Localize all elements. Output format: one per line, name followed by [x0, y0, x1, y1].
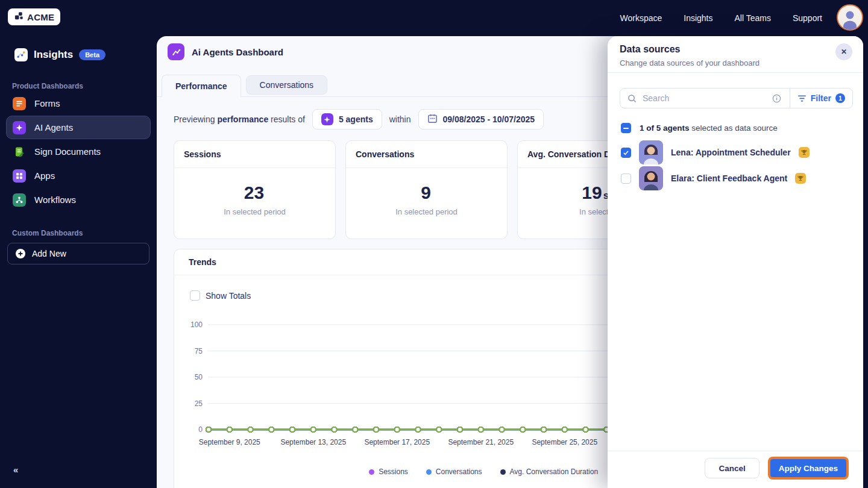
panel-footer: Cancel Apply Changes [705, 457, 849, 480]
date-range-button[interactable]: 09/08/2025 - 10/07/2025 [418, 109, 544, 130]
collapse-sidebar-button[interactable]: « [13, 465, 17, 475]
sidebar-item-apps[interactable]: Apps [6, 164, 151, 187]
agent-checkbox[interactable] [621, 148, 631, 158]
sign-documents-icon [13, 145, 26, 158]
ai-agents-icon [13, 121, 26, 134]
agent-avatar [639, 140, 663, 164]
svg-text:September 17, 2025: September 17, 2025 [364, 438, 430, 446]
close-icon[interactable]: ✕ [835, 43, 852, 60]
calendar-icon [427, 113, 438, 125]
data-sources-panel: Data sources Change data sources of your… [608, 36, 863, 488]
svg-text:75: 75 [195, 347, 203, 355]
show-totals-checkbox-row[interactable]: Show Totals [190, 290, 251, 301]
add-new-button[interactable]: Add New [7, 243, 149, 264]
svg-text:September 9, 2025: September 9, 2025 [199, 438, 260, 446]
legend-dot [500, 469, 506, 475]
filter-icon [797, 95, 807, 102]
sidebar: Insights Beta Product Dashboards Forms A… [0, 36, 157, 488]
search-filter-bar: Filter 1 [620, 88, 853, 108]
sidebar-item-label: AI Agents [34, 122, 73, 133]
legend-dot [426, 469, 432, 475]
agents-selector-label: 5 agents [339, 114, 373, 124]
card-title: Sessions [174, 141, 335, 168]
top-navigation: Workspace Insights All Teams Support [620, 0, 822, 36]
add-new-label: Add New [32, 249, 66, 258]
card-value: 23 [244, 183, 264, 202]
nav-insights[interactable]: Insights [684, 13, 712, 23]
sidebar-item-label: Workflows [34, 195, 76, 205]
tab-performance[interactable]: Performance [162, 75, 241, 97]
sidebar-item-forms[interactable]: Forms [6, 92, 151, 115]
svg-text:25: 25 [195, 399, 203, 408]
selection-summary-row: 1 of 5 agents selected as data source [621, 123, 778, 133]
filter-label: Filter [811, 93, 831, 103]
svg-text:September 21, 2025: September 21, 2025 [448, 438, 514, 446]
svg-text:50: 50 [195, 373, 203, 381]
agent-row-lena[interactable]: Lena: Appointment Scheduler [621, 140, 851, 165]
sidebar-item-label: Forms [34, 98, 60, 108]
card-subtitle: In selected period [224, 207, 286, 216]
tab-conversations[interactable]: Conversations [246, 75, 328, 95]
agents-selector-button[interactable]: 5 agents [312, 109, 382, 130]
info-icon [772, 94, 781, 103]
date-range-label: 09/08/2025 - 10/07/2025 [443, 114, 535, 124]
show-totals-checkbox[interactable] [190, 290, 200, 301]
acme-logo-text: ACME [27, 12, 54, 22]
card-title: Conversations [346, 141, 507, 168]
filter-count-badge: 1 [835, 93, 845, 103]
nav-all-teams[interactable]: All Teams [735, 13, 771, 23]
sidebar-menu: Forms AI Agents Sign Documents Apps [6, 92, 151, 211]
plus-circle-icon [15, 248, 26, 259]
stat-cards: Sessions 23 In selected period Conversat… [174, 140, 679, 239]
sidebar-header: Insights Beta [14, 48, 105, 61]
footer-divider [608, 451, 863, 451]
filter-button[interactable]: Filter 1 [790, 93, 852, 103]
legend-item: Conversations [426, 468, 482, 476]
agent-checkbox[interactable] [621, 174, 631, 184]
search-input[interactable] [643, 93, 772, 103]
panel-divider [608, 72, 863, 73]
sidebar-item-sign-documents[interactable]: Sign Documents [6, 140, 151, 163]
section-custom-dashboards: Custom Dashboards [12, 229, 83, 237]
sidebar-item-ai-agents[interactable]: AI Agents [6, 116, 151, 139]
agent-avatar [639, 166, 663, 190]
sidebar-item-label: Sign Documents [34, 146, 101, 157]
legend-label: Conversations [436, 468, 482, 476]
apps-icon [13, 169, 26, 183]
svg-text:100: 100 [190, 321, 203, 329]
panel-title: Data sources [620, 44, 681, 55]
sidebar-title: Insights [34, 49, 73, 61]
acme-logo[interactable]: ACME [8, 8, 60, 25]
cancel-button[interactable]: Cancel [705, 458, 759, 478]
acme-logo-icon [14, 11, 24, 23]
legend-item: Avg. Conversation Duration [500, 468, 599, 476]
card-value: 9 [421, 183, 431, 202]
trophy-icon [799, 147, 810, 158]
select-all-checkbox[interactable] [621, 123, 631, 133]
apply-changes-button[interactable]: Apply Changes [768, 457, 849, 480]
card-subtitle: In selected period [395, 207, 458, 216]
svg-text:September 25, 2025: September 25, 2025 [532, 438, 597, 446]
sidebar-item-label: Apps [34, 170, 55, 181]
legend-label: Sessions [379, 468, 408, 476]
card-value: 19 [582, 183, 602, 202]
preview-controls: Previewing performance results of 5 agen… [174, 108, 544, 130]
svg-text:0: 0 [198, 425, 203, 434]
section-product-dashboards: Product Dashboards [12, 82, 83, 90]
legend-dot [369, 469, 374, 475]
insights-logo-icon [14, 48, 28, 61]
workflows-icon [13, 193, 26, 207]
agent-row-elara[interactable]: Elara: Client Feedback Agent [621, 166, 851, 191]
within-text: within [389, 114, 411, 124]
dashboard-icon [168, 43, 184, 60]
nav-workspace[interactable]: Workspace [620, 13, 662, 23]
show-totals-label: Show Totals [206, 291, 251, 301]
nav-support[interactable]: Support [793, 13, 822, 23]
card-conversations: Conversations 9 In selected period [345, 140, 508, 239]
sparkle-icon [321, 113, 333, 125]
sidebar-item-workflows[interactable]: Workflows [6, 188, 151, 211]
legend-item: Sessions [369, 468, 408, 476]
trophy-icon [795, 173, 806, 184]
svg-text:September 13, 2025: September 13, 2025 [280, 438, 346, 446]
user-avatar[interactable] [837, 4, 863, 31]
